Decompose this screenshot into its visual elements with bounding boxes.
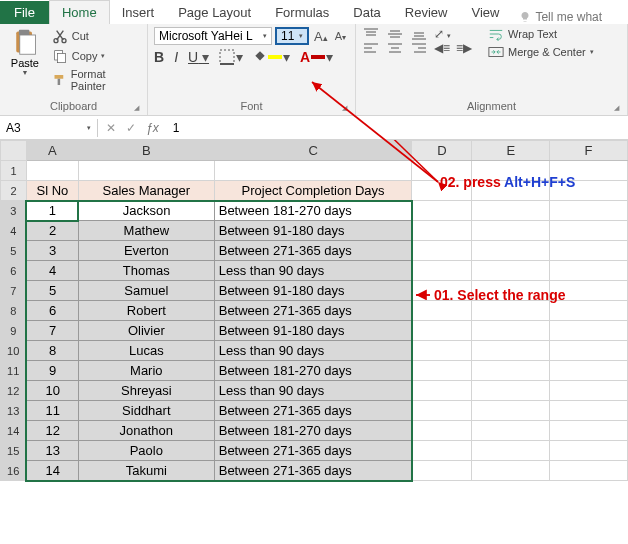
row-header[interactable]: 8 <box>1 301 27 321</box>
underline-button[interactable]: U ▾ <box>188 49 209 65</box>
row-header[interactable]: 7 <box>1 281 27 301</box>
format-painter-button[interactable]: Format Painter <box>50 67 141 93</box>
decrease-font-button[interactable]: A▾ <box>333 30 348 42</box>
row-header[interactable]: 1 <box>1 161 27 181</box>
col-header[interactable]: A <box>26 141 78 161</box>
italic-button[interactable]: I <box>174 49 178 65</box>
cell[interactable]: 2 <box>26 221 78 241</box>
tab-view[interactable]: View <box>459 1 511 24</box>
font-color-button[interactable]: A▾ <box>300 49 333 65</box>
row-header[interactable]: 13 <box>1 401 27 421</box>
cell[interactable]: Takumi <box>78 461 214 481</box>
cell[interactable]: Thomas <box>78 261 214 281</box>
cell[interactable]: Between 91-180 days <box>214 281 412 301</box>
fill-color-button[interactable]: ▾ <box>253 49 290 65</box>
row-header[interactable]: 2 <box>1 181 27 201</box>
wrap-text-button[interactable]: Wrap Text <box>488 27 594 41</box>
tab-file[interactable]: File <box>0 1 49 24</box>
tab-data[interactable]: Data <box>341 1 392 24</box>
cell[interactable]: Shreyasi <box>78 381 214 401</box>
tab-insert[interactable]: Insert <box>110 1 167 24</box>
row-header[interactable]: 9 <box>1 321 27 341</box>
cell[interactable]: Samuel <box>78 281 214 301</box>
cell[interactable]: Less than 90 days <box>214 381 412 401</box>
orientation-button[interactable]: ⤢ ▾ <box>434 27 451 41</box>
row-header[interactable]: 16 <box>1 461 27 481</box>
cell[interactable]: 3 <box>26 241 78 261</box>
copy-button[interactable]: Copy ▾ <box>50 47 141 65</box>
merge-center-button[interactable]: Merge & Center ▾ <box>488 45 594 59</box>
col-header[interactable]: D <box>412 141 472 161</box>
cell[interactable]: Between 91-180 days <box>214 321 412 341</box>
cell[interactable]: Olivier <box>78 321 214 341</box>
cell[interactable]: 1 <box>26 201 78 221</box>
cell[interactable]: Between 271-365 days <box>214 241 412 261</box>
cancel-formula-button[interactable]: ✕ <box>106 121 116 135</box>
align-bottom-button[interactable] <box>410 27 428 41</box>
tab-review[interactable]: Review <box>393 1 460 24</box>
cell[interactable]: 4 <box>26 261 78 281</box>
cell[interactable]: 10 <box>26 381 78 401</box>
cell[interactable]: 9 <box>26 361 78 381</box>
cell[interactable]: Project Completion Days <box>214 181 412 201</box>
cell[interactable]: Lucas <box>78 341 214 361</box>
align-center-button[interactable] <box>386 41 404 55</box>
row-header[interactable]: 12 <box>1 381 27 401</box>
cut-button[interactable]: Cut <box>50 27 141 45</box>
cell[interactable]: 5 <box>26 281 78 301</box>
col-header[interactable]: E <box>472 141 550 161</box>
cell[interactable]: Mario <box>78 361 214 381</box>
border-button[interactable]: ▾ <box>219 49 243 65</box>
cell[interactable]: Between 271-365 days <box>214 461 412 481</box>
font-size-select[interactable]: 11▾ <box>275 27 309 45</box>
align-left-button[interactable] <box>362 41 380 55</box>
cell[interactable]: Between 91-180 days <box>214 221 412 241</box>
cell[interactable]: 14 <box>26 461 78 481</box>
fx-icon[interactable]: ƒx <box>146 121 159 135</box>
increase-font-button[interactable]: A▴ <box>312 29 330 44</box>
row-header[interactable]: 6 <box>1 261 27 281</box>
cell[interactable]: Sales Manager <box>78 181 214 201</box>
formula-input[interactable] <box>167 119 628 137</box>
align-top-button[interactable] <box>362 27 380 41</box>
col-header[interactable]: C <box>214 141 412 161</box>
cell[interactable]: Between 181-270 days <box>214 421 412 441</box>
cell[interactable]: Between 271-365 days <box>214 301 412 321</box>
cell[interactable]: Sl No <box>26 181 78 201</box>
tab-formulas[interactable]: Formulas <box>263 1 341 24</box>
decrease-indent-button[interactable]: ◀≡ <box>434 41 450 55</box>
paste-button[interactable]: Paste ▼ <box>6 27 44 98</box>
cell[interactable]: Everton <box>78 241 214 261</box>
cell[interactable]: Between 181-270 days <box>214 201 412 221</box>
cell[interactable]: 11 <box>26 401 78 421</box>
cell[interactable]: Robert <box>78 301 214 321</box>
cell[interactable]: Less than 90 days <box>214 261 412 281</box>
cell[interactable]: Mathew <box>78 221 214 241</box>
select-all-corner[interactable] <box>1 141 27 161</box>
increase-indent-button[interactable]: ≡▶ <box>456 41 472 55</box>
tab-home[interactable]: Home <box>49 0 110 24</box>
row-header[interactable]: 3 <box>1 201 27 221</box>
font-name-select[interactable]: Microsoft YaHei L▾ <box>154 27 272 45</box>
row-header[interactable]: 5 <box>1 241 27 261</box>
cell[interactable]: Between 271-365 days <box>214 401 412 421</box>
row-header[interactable]: 4 <box>1 221 27 241</box>
bold-button[interactable]: B <box>154 49 164 65</box>
cell[interactable]: 8 <box>26 341 78 361</box>
cell[interactable]: 12 <box>26 421 78 441</box>
cell[interactable]: 6 <box>26 301 78 321</box>
accept-formula-button[interactable]: ✓ <box>126 121 136 135</box>
tellme[interactable]: Tell me what <box>519 10 602 24</box>
cell[interactable]: Less than 90 days <box>214 341 412 361</box>
align-middle-button[interactable] <box>386 27 404 41</box>
col-header[interactable]: F <box>550 141 628 161</box>
name-box[interactable]: A3▾ <box>0 119 98 137</box>
cell[interactable]: 13 <box>26 441 78 461</box>
col-header[interactable]: B <box>78 141 214 161</box>
cell[interactable]: Jonathon <box>78 421 214 441</box>
row-header[interactable]: 10 <box>1 341 27 361</box>
cell[interactable]: Between 181-270 days <box>214 361 412 381</box>
cell[interactable]: Jackson <box>78 201 214 221</box>
tab-pagelayout[interactable]: Page Layout <box>166 1 263 24</box>
cell[interactable]: Between 271-365 days <box>214 441 412 461</box>
